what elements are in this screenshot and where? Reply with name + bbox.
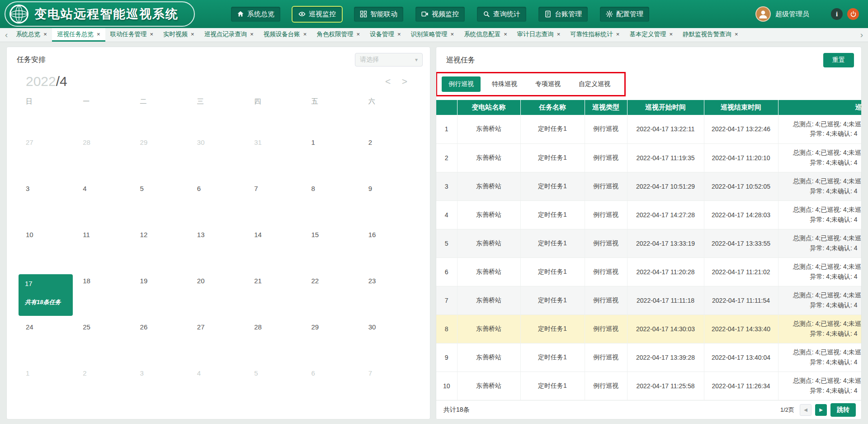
calendar-day[interactable]: 12 xyxy=(133,228,190,274)
tab-close-icon[interactable]: × xyxy=(451,31,454,38)
tab-close-icon[interactable]: × xyxy=(356,31,360,38)
prev-page-button[interactable]: ◀ xyxy=(800,404,811,416)
tab-basic-definition-management[interactable]: 基本定义管理× xyxy=(624,28,678,42)
calendar-day[interactable]: 23 xyxy=(361,274,418,320)
calendar-day[interactable]: 10 xyxy=(19,228,75,274)
tab-inspection-point-record-query[interactable]: 巡视点记录查询× xyxy=(199,28,259,42)
calendar-day[interactable]: 30 xyxy=(361,320,418,367)
nav-intelligent-linkage[interactable]: 智能联动 xyxy=(354,7,403,22)
calendar-day[interactable]: 29 xyxy=(133,136,190,182)
calendar-day[interactable]: 19 xyxy=(133,274,190,320)
tab-close-icon[interactable]: × xyxy=(616,31,620,38)
table-row[interactable]: 7东善桥站定时任务1例行巡视2022-04-17 11:11:182022-04… xyxy=(436,286,861,314)
tab-inspection-task-overview[interactable]: 巡视任务总览× xyxy=(52,28,105,42)
tab-device-management[interactable]: 设备管理× xyxy=(365,28,406,42)
table-row[interactable]: 5东善桥站定时任务1例行巡视2022-04-17 13:33:192022-04… xyxy=(436,229,861,257)
calendar-day[interactable]: 5 xyxy=(133,182,190,228)
type-tab-routine[interactable]: 例行巡视 xyxy=(442,76,481,92)
tab-close-icon[interactable]: × xyxy=(250,31,254,38)
tab-close-icon[interactable]: × xyxy=(557,31,561,38)
nav-video-monitor[interactable]: 视频监控 xyxy=(415,7,465,22)
calendar-day[interactable]: 15 xyxy=(304,228,361,274)
tab-close-icon[interactable]: × xyxy=(191,31,194,38)
calendar-day[interactable]: 27 xyxy=(190,320,247,367)
table-row[interactable]: 9东善桥站定时任务1例行巡视2022-04-17 13:39:282022-04… xyxy=(436,343,861,372)
info-icon[interactable]: i xyxy=(831,8,843,20)
calendar-day[interactable]: 1 xyxy=(304,136,361,182)
type-tab-dedicated[interactable]: 专项巡视 xyxy=(528,76,567,92)
station-select[interactable]: 请选择 ▾ xyxy=(355,53,423,67)
tab-close-icon[interactable]: × xyxy=(97,31,100,38)
calendar-day[interactable]: 24 xyxy=(19,320,75,367)
nav-config-management[interactable]: 配置管理 xyxy=(600,7,649,22)
nav-ledger-management[interactable]: 台账管理 xyxy=(538,7,588,22)
tab-close-icon[interactable]: × xyxy=(150,31,154,38)
tab-audit-log-query[interactable]: 审计日志查询× xyxy=(512,28,566,42)
calendar-day[interactable]: 7 xyxy=(247,182,304,228)
calendar-day[interactable]: 20 xyxy=(190,274,247,320)
calendar-day[interactable]: 28 xyxy=(75,136,132,182)
calendar-day[interactable]: 2 xyxy=(75,367,132,413)
power-icon[interactable] xyxy=(847,8,859,20)
avatar[interactable] xyxy=(755,6,771,22)
calendar-day[interactable]: 9 xyxy=(361,182,418,228)
calendar-day[interactable]: 6 xyxy=(190,182,247,228)
table-row[interactable]: 4东善桥站定时任务1例行巡视2022-04-17 14:27:282022-04… xyxy=(436,200,861,229)
calendar-next-icon[interactable]: > xyxy=(402,76,407,86)
tab-close-icon[interactable]: × xyxy=(504,31,507,38)
calendar-day[interactable]: 22 xyxy=(304,274,361,320)
table-row[interactable]: 2东善桥站定时任务1例行巡视2022-04-17 11:19:352022-04… xyxy=(436,143,861,172)
tab-realtime-video[interactable]: 实时视频× xyxy=(158,28,199,42)
calendar-day[interactable]: 14 xyxy=(247,228,304,274)
table-row[interactable]: 1东善桥站定时任务1例行巡视2022-04-17 13:22:112022-04… xyxy=(436,115,861,143)
tab-close-icon[interactable]: × xyxy=(397,31,401,38)
calendar-day[interactable]: 16 xyxy=(361,228,418,274)
type-tab-custom[interactable]: 自定义巡视 xyxy=(572,76,617,92)
calendar-day[interactable]: 3 xyxy=(19,182,75,228)
calendar-day[interactable]: 11 xyxy=(75,228,132,274)
calendar-prev-icon[interactable]: < xyxy=(385,76,391,86)
calendar-day[interactable]: 18 xyxy=(75,274,132,320)
table-row[interactable]: 6东善桥站定时任务1例行巡视2022-04-17 11:20:282022-04… xyxy=(436,257,861,286)
tab-silent-monitor-alarm-query[interactable]: 静默监视告警查询× xyxy=(678,28,743,42)
tab-video-device-ledger[interactable]: 视频设备台账× xyxy=(259,28,312,42)
calendar-day[interactable]: 1 xyxy=(19,367,75,413)
calendar-day[interactable]: 21 xyxy=(247,274,304,320)
reset-button[interactable]: 重置 xyxy=(823,53,854,67)
nav-system-overview[interactable]: 系统总览 xyxy=(231,7,280,22)
tab-reliability-indicator-stats[interactable]: 可靠性指标统计× xyxy=(565,28,624,42)
tab-scroll-right-icon[interactable]: › xyxy=(857,28,866,42)
jump-button[interactable]: 跳转 xyxy=(830,403,856,417)
calendar-day[interactable]: 7 xyxy=(361,367,418,413)
calendar-day[interactable]: 4 xyxy=(75,182,132,228)
tab-close-icon[interactable]: × xyxy=(303,31,307,38)
tab-close-icon[interactable]: × xyxy=(669,31,673,38)
tab-scroll-left-icon[interactable]: ‹ xyxy=(2,28,11,42)
type-tab-special[interactable]: 特殊巡视 xyxy=(485,76,524,92)
tab-close-icon[interactable]: × xyxy=(735,31,738,38)
calendar-day[interactable]: 5 xyxy=(247,367,304,413)
calendar-day[interactable]: 3 xyxy=(133,367,190,413)
tab-linkage-task-management[interactable]: 联动任务管理× xyxy=(105,28,159,42)
calendar-day[interactable]: 30 xyxy=(190,136,247,182)
calendar-day[interactable]: 13 xyxy=(190,228,247,274)
calendar-day[interactable]: 4 xyxy=(190,367,247,413)
tab-system-overview[interactable]: 系统总览× xyxy=(11,28,52,42)
calendar-day[interactable]: 31 xyxy=(247,136,304,182)
table-row[interactable]: 3东善桥站定时任务1例行巡视2022-04-17 10:51:292022-04… xyxy=(436,172,861,200)
calendar-day[interactable]: 6 xyxy=(304,367,361,413)
calendar-day[interactable]: 26 xyxy=(133,320,190,367)
tab-system-info-config[interactable]: 系统信息配置× xyxy=(459,28,512,42)
nav-inspection-monitor[interactable]: 巡视监控 xyxy=(292,7,342,22)
next-page-button[interactable]: ▶ xyxy=(815,404,827,416)
calendar-day[interactable]: 25 xyxy=(75,320,132,367)
calendar-day[interactable]: 27 xyxy=(19,136,75,182)
tab-role-permission-management[interactable]: 角色权限管理× xyxy=(311,28,365,42)
nav-query-statistics[interactable]: 查询统计 xyxy=(477,7,526,22)
calendar-day[interactable]: 29 xyxy=(304,320,361,367)
calendar-day[interactable]: 8 xyxy=(304,182,361,228)
table-row[interactable]: 8东善桥站定时任务1例行巡视2022-04-17 14:30:032022-04… xyxy=(436,314,861,343)
tab-close-icon[interactable]: × xyxy=(43,31,47,38)
table-row[interactable]: 10东善桥站定时任务1例行巡视2022-04-17 11:25:582022-0… xyxy=(436,372,861,400)
tab-recognition-strategy-management[interactable]: 识别策略管理× xyxy=(406,28,459,42)
